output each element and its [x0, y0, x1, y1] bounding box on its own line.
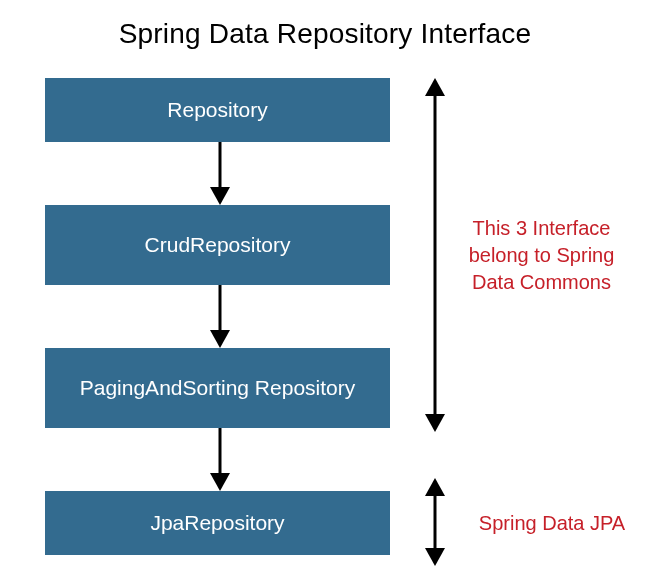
box-repository: Repository	[45, 78, 390, 142]
svg-marker-7	[425, 78, 445, 96]
box-paging-and-sorting-repository: PagingAndSorting Repository	[45, 348, 390, 428]
svg-marker-11	[425, 548, 445, 566]
double-arrow-vertical-icon	[424, 478, 446, 566]
annotation-jpa: Spring Data JPA	[472, 510, 632, 537]
box-crud-repository: CrudRepository	[45, 205, 390, 285]
double-arrow-vertical-icon	[424, 78, 446, 432]
arrow-down-icon	[210, 285, 230, 348]
box-jpa-repository: JpaRepository	[45, 491, 390, 555]
arrow-down-icon	[210, 142, 230, 205]
page-title: Spring Data Repository Interface	[0, 0, 650, 60]
svg-marker-8	[425, 414, 445, 432]
arrow-down-icon	[210, 428, 230, 491]
annotation-commons: This 3 Interface belong to Spring Data C…	[459, 215, 624, 296]
svg-marker-3	[210, 330, 230, 348]
svg-marker-1	[210, 187, 230, 205]
diagram: Repository CrudRepository PagingAndSorti…	[45, 70, 605, 560]
svg-marker-5	[210, 473, 230, 491]
svg-marker-10	[425, 478, 445, 496]
